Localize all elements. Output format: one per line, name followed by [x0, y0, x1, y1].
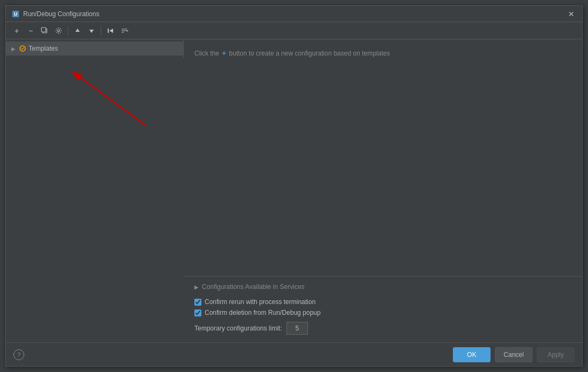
- hint-text: Click the + button to create a new confi…: [194, 48, 390, 59]
- title-bar: U Run/Debug Configurations ✕: [6, 6, 582, 22]
- confirm-deletion-checkbox[interactable]: [194, 309, 201, 316]
- options-section: Confirm rerun with process termination C…: [194, 293, 571, 338]
- dialog-icon: U: [11, 10, 20, 18]
- run-debug-dialog: U Run/Debug Configurations ✕ + −: [5, 5, 583, 367]
- checkbox-row-1: Confirm rerun with process termination: [194, 298, 571, 306]
- toolbar-separator-2: [101, 26, 101, 36]
- apply-button[interactable]: Apply: [537, 347, 575, 362]
- right-main-area: Click the + button to create a new confi…: [184, 39, 582, 276]
- confirm-rerun-checkbox[interactable]: [194, 299, 201, 306]
- add-button[interactable]: +: [10, 24, 23, 37]
- collapsible-expand-icon: ▶: [194, 284, 199, 290]
- collapsible-label: Configurations Available in Services: [202, 283, 305, 291]
- dropdown-button[interactable]: [85, 24, 98, 37]
- toolbar: + −: [6, 22, 582, 39]
- temp-config-label: Temporary configurations limit:: [194, 325, 282, 332]
- close-button[interactable]: ✕: [566, 9, 577, 19]
- footer: ? OK Cancel Apply: [6, 342, 582, 366]
- hint-prefix: Click the: [194, 50, 219, 57]
- checkbox-row-2: Confirm deletion from Run/Debug popup: [194, 309, 571, 316]
- main-content: ▶ Templates: [6, 39, 582, 342]
- remove-button[interactable]: −: [24, 24, 37, 37]
- svg-text:U: U: [14, 11, 18, 17]
- toolbar-separator-1: [68, 26, 68, 36]
- dialog-title: Run/Debug Configurations: [23, 10, 99, 18]
- temp-config-row: Temporary configurations limit:: [194, 322, 571, 335]
- help-button[interactable]: ?: [13, 349, 24, 360]
- ok-button[interactable]: OK: [453, 347, 491, 362]
- left-panel: ▶ Templates: [6, 39, 184, 58]
- sort-button[interactable]: [118, 24, 131, 37]
- title-bar-left: U Run/Debug Configurations: [11, 10, 99, 18]
- confirm-deletion-label: Confirm deletion from Run/Debug popup: [205, 309, 320, 316]
- configurations-available-row[interactable]: ▶ Configurations Available in Services: [194, 281, 571, 293]
- settings-button[interactable]: [52, 24, 65, 37]
- tree-expand-icon: ▶: [10, 45, 17, 52]
- templates-icon: [19, 45, 26, 52]
- temp-config-input[interactable]: [286, 322, 308, 335]
- bottom-section: ▶ Configurations Available in Services C…: [184, 276, 582, 342]
- right-panel: Click the + button to create a new confi…: [184, 39, 582, 342]
- prev-button[interactable]: [104, 24, 117, 37]
- hint-suffix: button to create a new configuration bas…: [229, 50, 390, 57]
- hint-plus-icon: +: [222, 49, 226, 57]
- tree-item-templates[interactable]: ▶ Templates: [6, 42, 183, 56]
- confirm-rerun-label: Confirm rerun with process termination: [205, 298, 316, 306]
- cancel-button[interactable]: Cancel: [495, 347, 533, 362]
- footer-left: ?: [13, 349, 24, 360]
- copy-button[interactable]: [38, 24, 51, 37]
- svg-rect-3: [41, 27, 46, 32]
- left-panel-container: ▶ Templates: [6, 39, 184, 342]
- move-up-button[interactable]: [71, 24, 84, 37]
- footer-right: OK Cancel Apply: [453, 347, 575, 362]
- svg-rect-5: [108, 29, 109, 33]
- svg-point-4: [58, 30, 60, 32]
- templates-label: Templates: [29, 45, 58, 52]
